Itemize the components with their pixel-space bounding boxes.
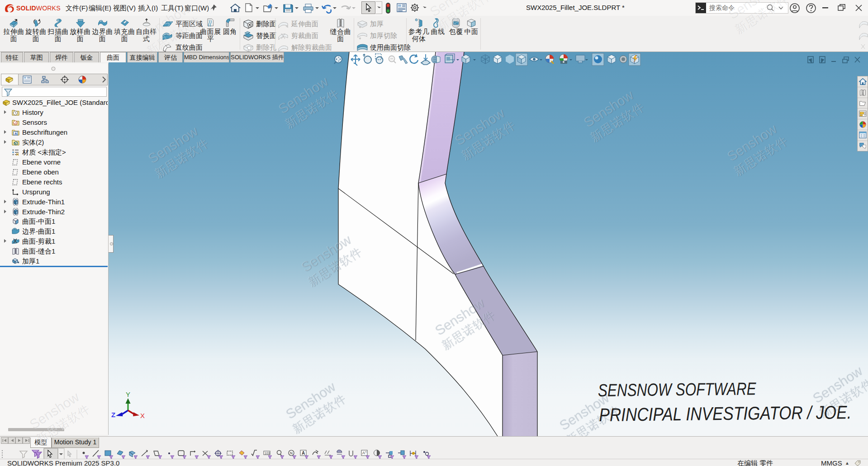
svg-text:Y: Y	[126, 391, 130, 398]
svg-text:X: X	[140, 412, 145, 419]
svg-text:A: A	[14, 132, 17, 136]
svg-text:103: 103	[265, 452, 270, 455]
svg-text:SENSNOW SOFTWARE: SENSNOW SOFTWARE	[598, 379, 757, 400]
svg-text:A°: A°	[362, 451, 367, 455]
svg-text:SOLIDWORKS: SOLIDWORKS	[16, 5, 61, 12]
svg-text:A: A	[302, 451, 305, 456]
svg-text:N: N	[290, 451, 293, 455]
svg-text:Z: Z	[111, 411, 115, 419]
svg-text:PRINCIPAL INVESTIGATOR / JOE.: PRINCIPAL INVESTIGATOR / JOE.	[599, 402, 851, 425]
